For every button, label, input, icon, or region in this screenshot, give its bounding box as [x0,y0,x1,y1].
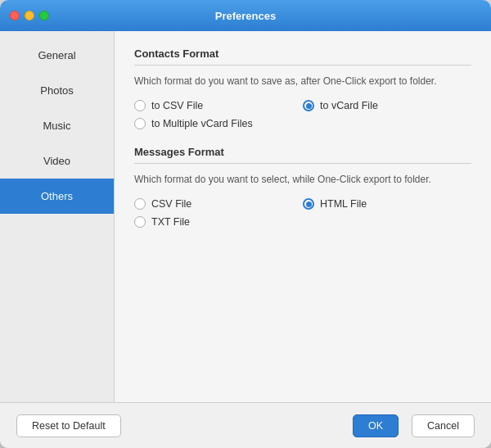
messages-csv-label: CSV File [151,198,191,210]
close-button[interactable] [10,11,20,20]
contacts-section-title: Contacts Format [134,48,471,60]
minimize-button[interactable] [25,11,34,20]
messages-html-radio[interactable] [303,198,314,210]
contacts-radio-group: to CSV File to vCard File to Multiple vC… [134,100,471,129]
contacts-csv-label: to CSV File [151,100,203,111]
main-panel: Contacts Format Which format do you want… [115,31,491,402]
window-title: Preferences [215,10,276,22]
messages-description: Which format do you want to select, whil… [134,172,471,187]
messages-radio-group: CSV File HTML File TXT File [134,198,471,228]
contacts-multivcard-label: to Multiple vCard Files [151,118,253,129]
sidebar-item-video[interactable]: Video [0,143,114,179]
messages-html-label: HTML File [320,198,367,210]
traffic-lights [10,11,49,20]
contacts-description: Which format do you want to save as, aft… [134,74,471,88]
contacts-vcard-option[interactable]: to vCard File [303,100,471,111]
contacts-csv-radio[interactable] [134,100,146,111]
contacts-vcard-radio[interactable] [303,100,314,111]
messages-csv-option[interactable]: CSV File [134,198,303,210]
titlebar: Preferences [0,0,491,31]
contacts-multivcard-option[interactable]: to Multiple vCard Files [134,118,303,129]
contacts-divider [134,65,471,66]
contacts-vcard-label: to vCard File [320,100,378,111]
footer-right: OK Cancel [353,414,475,437]
messages-section: Messages Format Which format do you want… [134,146,471,228]
sidebar-item-photos[interactable]: Photos [0,73,114,108]
messages-divider [134,163,471,164]
reset-button[interactable]: Reset to Default [16,414,121,437]
content-area: General Photos Music Video Others Contac… [0,31,491,402]
sidebar-item-music[interactable]: Music [0,108,114,143]
messages-txt-radio[interactable] [134,216,146,228]
messages-csv-radio[interactable] [134,198,146,210]
contacts-multivcard-radio[interactable] [134,118,146,129]
sidebar: General Photos Music Video Others [0,31,115,402]
messages-txt-option[interactable]: TXT File [134,216,303,228]
ok-button[interactable]: OK [353,414,399,437]
sidebar-item-general[interactable]: General [0,38,114,73]
footer: Reset to Default OK Cancel [0,402,491,448]
cancel-button[interactable]: Cancel [412,414,475,437]
contacts-csv-option[interactable]: to CSV File [134,100,303,111]
sidebar-item-others[interactable]: Others [0,179,114,214]
messages-section-title: Messages Format [134,146,471,158]
preferences-window: Preferences General Photos Music Video O… [0,0,491,448]
maximize-button[interactable] [39,11,49,20]
messages-html-option[interactable]: HTML File [303,198,471,210]
contacts-section: Contacts Format Which format do you want… [134,48,471,129]
messages-txt-label: TXT File [151,216,190,228]
